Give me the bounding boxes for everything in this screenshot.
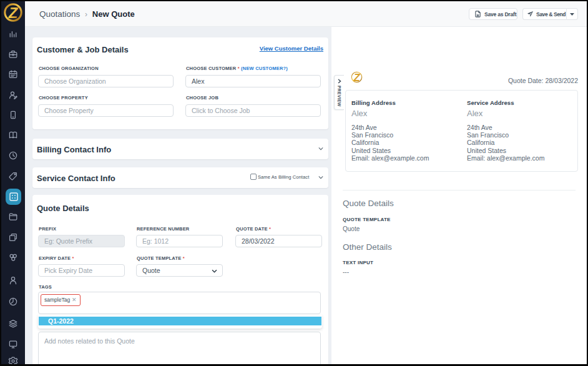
svg-text:Z: Z: [8, 4, 19, 21]
svg-text:Z: Z: [353, 72, 360, 83]
